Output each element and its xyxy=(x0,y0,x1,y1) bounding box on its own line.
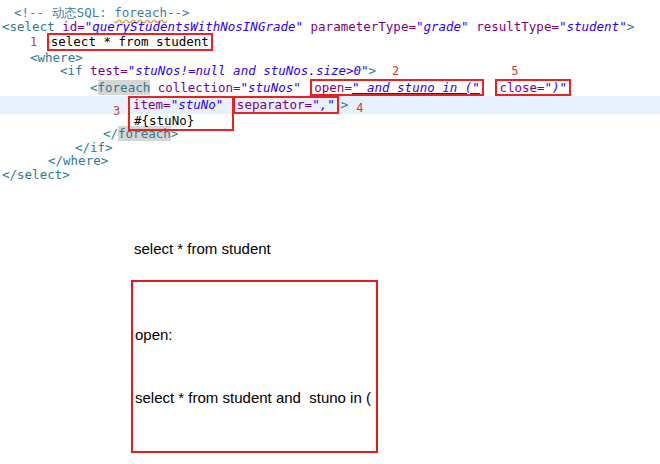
code-line-where-open: <where> xyxy=(0,51,660,65)
annotation-number-4: 4 xyxy=(356,101,363,115)
attr-value: "grade" xyxy=(416,19,469,34)
attr-value: "stuNos" xyxy=(241,80,301,95)
code-line-select-open: <select id="queryStudentsWithNosINGrade"… xyxy=(0,20,660,34)
code-line-if-open: <if test="stuNos!=null and stuNos.size>0… xyxy=(0,64,660,79)
attr-value: "student" xyxy=(559,19,627,34)
xml-attr: id= xyxy=(62,19,85,34)
attr-value: "stuNos!=null and stuNos.size>0" xyxy=(128,63,369,78)
foreach-tag-highlighted: foreach xyxy=(118,126,171,141)
xml-tag: <if xyxy=(60,63,90,78)
sql-output-panel: select * from student open: select * fro… xyxy=(131,238,425,464)
code-editor[interactable]: <!-- 动态SQL: foreach--> <select id="query… xyxy=(0,6,660,181)
spacer xyxy=(301,80,309,95)
xml-tag-close-bracket: > xyxy=(369,63,377,78)
xml-tag-close-bracket: > xyxy=(341,97,349,112)
code-line-if-close: </if> xyxy=(0,141,660,155)
xml-attr: parameterType= xyxy=(303,19,416,34)
code-line-placeholder: #{stuNo} xyxy=(0,114,660,128)
code-line-item-current-line: item="stuNo" separator=",">4 xyxy=(0,96,660,114)
xml-attr: separator= xyxy=(237,97,312,112)
foreach-tag-highlighted: foreach xyxy=(98,80,151,95)
annotation-number-5: 5 xyxy=(511,64,518,78)
attr-value: " and stuno in (" xyxy=(352,80,480,95)
xml-attr: item= xyxy=(133,97,171,112)
spacer xyxy=(37,34,45,49)
mybatis-placeholder: #{stuNo} xyxy=(134,113,194,128)
output-box-open: open: select * from student and stuno in… xyxy=(131,280,378,453)
code-line-foreach-close: </foreach> xyxy=(0,127,660,141)
spacer xyxy=(223,97,231,112)
attr-value: "," xyxy=(312,97,335,112)
xml-tag-close-bracket: > xyxy=(627,19,635,34)
xml-tag: <select xyxy=(2,19,62,34)
foreach-body-wrapper: 3 item="stuNo" separator=",">4 #{stuNo} xyxy=(0,96,660,127)
annotation-box-separator: separator="," xyxy=(233,96,339,114)
sql-output-plain: select * from student xyxy=(134,238,425,259)
annotation-box-sql: select * from student xyxy=(47,33,213,51)
attr-value: ")" xyxy=(545,80,568,95)
code-line-comment: <!-- 动态SQL: foreach--> xyxy=(0,6,660,20)
xml-attr: resultType= xyxy=(469,19,559,34)
code-line-sql: 1 select * from student xyxy=(0,33,660,51)
code-line-foreach-open: <foreach collection="stuNos" open=" and … xyxy=(0,79,660,97)
code-line-select-close: </select> xyxy=(0,168,660,182)
annotation-number-3: 3 xyxy=(113,105,120,119)
xml-attr: collection= xyxy=(150,80,240,95)
output-label: open: xyxy=(135,324,371,345)
spacer xyxy=(486,80,494,95)
annotation-box-close-attr: close=")" xyxy=(495,79,571,97)
xml-attr: test= xyxy=(90,63,128,78)
attr-value: "stuNo" xyxy=(171,97,224,112)
annotation-number-2: 2 xyxy=(392,64,399,78)
code-line-where-close: </where> xyxy=(0,154,660,168)
attr-value: "queryStudentsWithNosINGrade" xyxy=(85,19,303,34)
annotation-box-open-attr: open=" and stuno in (" xyxy=(310,79,484,97)
output-sql: select * from student and stuno in ( xyxy=(135,387,371,408)
xml-attr: close= xyxy=(499,80,544,95)
xml-tag: </select> xyxy=(2,167,70,182)
xml-tag-close-bracket: > xyxy=(171,126,179,141)
xml-attr: open= xyxy=(314,80,352,95)
editor-screenshot: <!-- 动态SQL: foreach--> <select id="query… xyxy=(0,0,660,464)
sql-text: select * from student xyxy=(51,34,209,49)
xml-tag-open-bracket: < xyxy=(90,80,98,95)
